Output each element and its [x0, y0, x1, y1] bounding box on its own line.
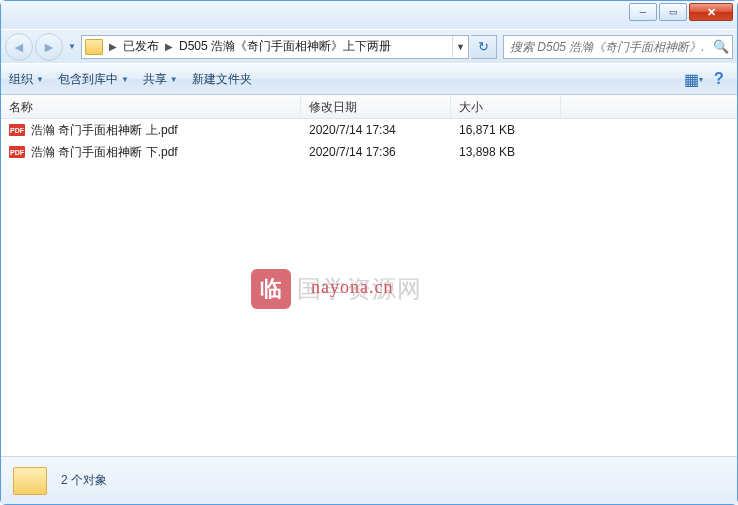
folder-icon [13, 467, 47, 495]
search-box[interactable]: 🔍 [503, 35, 733, 59]
refresh-icon: ↻ [478, 39, 489, 54]
navigation-bar: ◄ ► ▼ ▶ 已发布 ▶ D505 浩瀚《奇门手面相神断》上下两册 ▼ ↻ 🔍 [1, 29, 737, 63]
nav-history-dropdown[interactable]: ▼ [65, 35, 79, 59]
search-icon[interactable]: 🔍 [710, 39, 732, 54]
watermark: 临 国学资源网 [251, 269, 422, 309]
view-icon: ▦ [684, 70, 699, 89]
view-options-button[interactable]: ▦ ▾ [683, 69, 703, 89]
chevron-down-icon: ▼ [170, 75, 178, 84]
new-folder-button[interactable]: 新建文件夹 [192, 71, 252, 88]
column-header-size[interactable]: 大小 [451, 95, 561, 118]
pdf-icon: PDF [9, 124, 25, 136]
arrow-left-icon: ◄ [12, 39, 26, 55]
forward-button[interactable]: ► [35, 33, 63, 61]
command-bar: 组织 ▼ 包含到库中 ▼ 共享 ▼ 新建文件夹 ▦ ▾ ? [1, 63, 737, 95]
share-menu[interactable]: 共享 ▼ [143, 71, 178, 88]
file-date: 2020/7/14 17:34 [301, 123, 451, 137]
details-pane: 2 个对象 [1, 456, 737, 504]
chevron-down-icon: ▼ [121, 75, 129, 84]
file-name: 浩瀚 奇门手面相神断 上.pdf [31, 122, 178, 139]
folder-icon [85, 39, 103, 55]
organize-menu[interactable]: 组织 ▼ [9, 71, 44, 88]
column-header-date[interactable]: 修改日期 [301, 95, 451, 118]
file-row[interactable]: PDF 浩瀚 奇门手面相神断 上.pdf 2020/7/14 17:34 16,… [1, 119, 737, 141]
explorer-window: ─ ▭ ✕ ◄ ► ▼ ▶ 已发布 ▶ D505 浩瀚《奇门手面相神断》上下两册… [0, 0, 738, 505]
back-button[interactable]: ◄ [5, 33, 33, 61]
status-text: 2 个对象 [61, 472, 107, 489]
file-size: 13,898 KB [451, 145, 561, 159]
chevron-right-icon[interactable]: ▶ [107, 41, 119, 52]
file-date: 2020/7/14 17:36 [301, 145, 451, 159]
pdf-icon: PDF [9, 146, 25, 158]
help-button[interactable]: ? [709, 69, 729, 89]
minimize-button[interactable]: ─ [629, 3, 657, 21]
include-in-library-menu[interactable]: 包含到库中 ▼ [58, 71, 129, 88]
chevron-down-icon: ▼ [36, 75, 44, 84]
close-button[interactable]: ✕ [689, 3, 733, 21]
breadcrumb-item-current[interactable]: D505 浩瀚《奇门手面相神断》上下两册 [175, 38, 395, 55]
title-bar: ─ ▭ ✕ [1, 1, 737, 29]
address-bar[interactable]: ▶ 已发布 ▶ D505 浩瀚《奇门手面相神断》上下两册 ▼ [81, 35, 469, 59]
file-name: 浩瀚 奇门手面相神断 下.pdf [31, 144, 178, 161]
arrow-right-icon: ► [42, 39, 56, 55]
file-row[interactable]: PDF 浩瀚 奇门手面相神断 下.pdf 2020/7/14 17:36 13,… [1, 141, 737, 163]
watermark-text-en: nayona.cn [311, 277, 393, 298]
chevron-down-icon: ▾ [699, 75, 703, 84]
address-dropdown[interactable]: ▼ [452, 36, 468, 58]
file-size: 16,871 KB [451, 123, 561, 137]
breadcrumb-item-parent[interactable]: 已发布 [119, 38, 163, 55]
watermark-text-cn: 国学资源网 [297, 273, 422, 305]
column-header-name[interactable]: 名称 [1, 95, 301, 118]
search-input[interactable] [504, 40, 710, 54]
help-icon: ? [714, 70, 724, 88]
file-list: PDF 浩瀚 奇门手面相神断 上.pdf 2020/7/14 17:34 16,… [1, 119, 737, 456]
chevron-right-icon[interactable]: ▶ [163, 41, 175, 52]
watermark-logo-icon: 临 [251, 269, 291, 309]
maximize-button[interactable]: ▭ [659, 3, 687, 21]
refresh-button[interactable]: ↻ [471, 35, 497, 59]
column-headers: 名称 修改日期 大小 [1, 95, 737, 119]
